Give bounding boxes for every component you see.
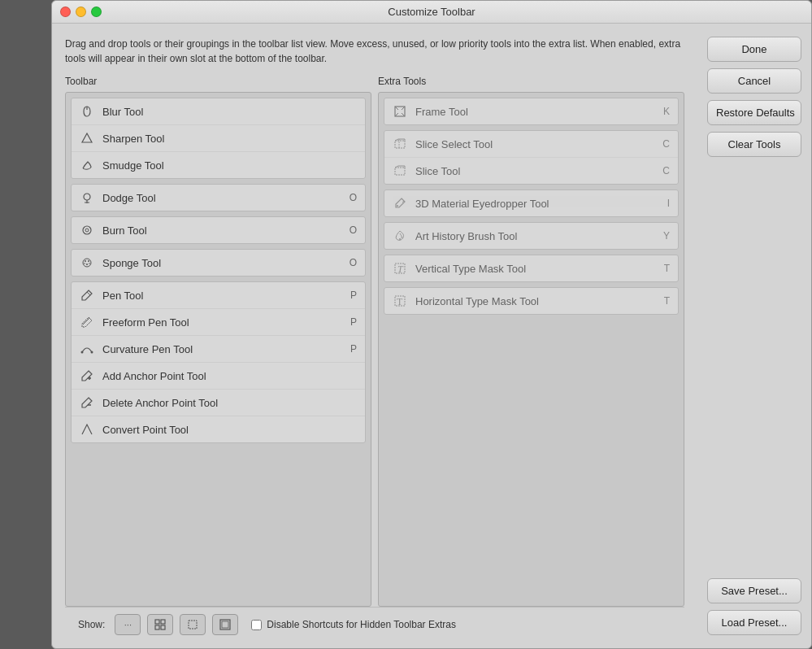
freeform-pen-tool-name: Freeform Pen Tool [102, 316, 342, 329]
burn-tool-name: Burn Tool [102, 224, 341, 237]
tool-group-dodge: Dodge Tool O [71, 184, 366, 211]
tool-item-burn[interactable]: Burn Tool O [72, 217, 365, 243]
disable-shortcuts-checkbox[interactable] [251, 620, 262, 630]
svg-line-21 [402, 107, 405, 110]
tool-item-convert-point[interactable]: Convert Point Tool [72, 416, 365, 442]
close-button[interactable] [60, 7, 71, 17]
disable-shortcuts-label: Disable Shortcuts for Hidden Toolbar Ext… [267, 619, 456, 630]
dodge-icon [80, 190, 94, 205]
tool-item-sharpen[interactable]: Sharpen Tool [72, 124, 365, 151]
tool-item-delete-anchor[interactable]: Delete Anchor Point Tool [72, 389, 365, 416]
tool-item-slice[interactable]: Slice Tool C [384, 157, 678, 184]
slice-select-tool-name: Slice Select Tool [415, 138, 654, 150]
sharpen-tool-name: Sharpen Tool [102, 133, 357, 145]
3d-eyedropper-icon [393, 196, 407, 211]
tool-item-vertical-type-mask[interactable]: T Vertical Type Mask Tool T [384, 255, 678, 281]
add-anchor-icon [80, 368, 94, 383]
burn-icon [80, 223, 94, 237]
svg-point-2 [84, 194, 90, 200]
svg-point-8 [85, 260, 86, 262]
svg-rect-33 [155, 620, 159, 624]
svg-rect-39 [222, 621, 228, 628]
extra-tools-panel: Extra Tools Frame Tool K [378, 76, 684, 607]
slice-select-shortcut: C [662, 138, 670, 150]
save-preset-button[interactable]: Save Preset... [707, 578, 801, 603]
sponge-tool-name: Sponge Tool [102, 257, 341, 269]
right-panel: Done Cancel Restore Defaults Clear Tools… [697, 24, 811, 648]
blur-icon [80, 104, 94, 119]
3d-eyedropper-tool-name: 3D Material Eyedropper Tool [415, 198, 659, 210]
svg-point-11 [84, 263, 85, 264]
tool-item-blur[interactable]: Blur Tool [72, 98, 365, 124]
svg-line-20 [395, 107, 398, 110]
tool-group-sponge: Sponge Tool O [71, 249, 366, 277]
svg-point-14 [81, 351, 84, 354]
bottom-bar: Show: ··· Disable Shortcuts for Hidden T… [65, 607, 684, 642]
smudge-tool-name: Smudge Tool [102, 159, 357, 172]
tool-item-add-anchor[interactable]: Add Anchor Point Tool [72, 362, 365, 389]
vertical-type-mask-icon: T [393, 261, 407, 276]
slice-tool-name: Slice Tool [415, 165, 654, 177]
vertical-type-mask-tool-name: Vertical Type Mask Tool [415, 263, 656, 275]
restore-defaults-button[interactable]: Restore Defaults [707, 100, 801, 125]
main-content: Drag and drop tools or their groupings i… [52, 24, 697, 648]
minimize-button[interactable] [76, 7, 86, 17]
art-history-tool-name: Art History Brush Tool [415, 230, 655, 242]
delete-anchor-tool-name: Delete Anchor Point Tool [102, 397, 357, 409]
svg-marker-1 [82, 133, 92, 142]
freeform-pen-icon [80, 315, 94, 329]
cancel-button[interactable]: Cancel [707, 68, 801, 94]
horizontal-type-mask-shortcut: T [664, 295, 670, 307]
extra-tool-group-frame: Frame Tool K [384, 98, 679, 125]
add-anchor-tool-name: Add Anchor Point Tool [102, 370, 357, 382]
done-button[interactable]: Done [707, 37, 801, 62]
svg-line-22 [395, 113, 398, 116]
tool-item-slice-select[interactable]: Slice Select Tool C [384, 131, 678, 157]
tool-item-smudge[interactable]: Smudge Tool [72, 151, 365, 178]
svg-point-10 [86, 264, 88, 265]
toolbar-label: Toolbar [65, 76, 371, 87]
tool-item-sponge[interactable]: Sponge Tool O [72, 250, 365, 276]
extra-tools-label: Extra Tools [378, 76, 684, 87]
tool-item-horizontal-type-mask[interactable]: T Horizontal Type Mask Tool T [384, 288, 678, 314]
svg-rect-36 [161, 625, 165, 629]
tool-item-pen[interactable]: Pen Tool P [72, 282, 365, 308]
frame-tool-name: Frame Tool [415, 106, 655, 118]
tool-item-art-history[interactable]: Art History Brush Tool Y [384, 223, 678, 249]
clear-tools-button[interactable]: Clear Tools [707, 132, 801, 157]
3d-eyedropper-shortcut: I [667, 198, 670, 209]
art-history-icon [393, 229, 407, 243]
sharpen-icon [80, 131, 94, 146]
svg-rect-26 [395, 168, 405, 175]
show-selection-button[interactable] [180, 614, 206, 635]
tool-item-3d-eyedropper[interactable]: 3D Material Eyedropper Tool I [384, 190, 678, 216]
show-grid-button[interactable] [147, 614, 173, 635]
show-all-button[interactable]: ··· [115, 614, 141, 635]
tool-item-frame[interactable]: Frame Tool K [384, 98, 678, 124]
tool-group-blur: Blur Tool Sharpen Tool [71, 98, 366, 179]
convert-point-tool-name: Convert Point Tool [102, 424, 357, 436]
tool-group-burn: Burn Tool O [71, 216, 366, 244]
extra-tool-group-3d: 3D Material Eyedropper Tool I [384, 189, 679, 217]
maximize-button[interactable] [91, 7, 102, 17]
tool-item-dodge[interactable]: Dodge Tool O [72, 185, 365, 211]
toolbar-panel: Toolbar Blur Tool [65, 76, 371, 607]
tool-item-curvature-pen[interactable]: Curvature Pen Tool P [72, 335, 365, 362]
pen-shortcut: P [350, 290, 357, 301]
svg-rect-37 [189, 621, 197, 629]
horizontal-type-mask-icon: T [393, 294, 407, 308]
show-frame-button[interactable] [212, 614, 238, 635]
pen-tool-name: Pen Tool [102, 290, 342, 302]
window-controls [60, 7, 102, 17]
toolbar-panel-content[interactable]: Blur Tool Sharpen Tool [65, 92, 371, 607]
svg-rect-24 [395, 141, 405, 148]
svg-point-27 [397, 205, 398, 207]
curvature-pen-shortcut: P [350, 343, 357, 355]
convert-point-icon [80, 422, 94, 437]
tool-item-freeform-pen[interactable]: Freeform Pen Tool P [72, 308, 365, 335]
load-preset-button[interactable]: Load Preset... [707, 610, 801, 635]
freeform-pen-shortcut: P [350, 316, 357, 328]
extra-tools-panel-content[interactable]: Frame Tool K Slice Select Tool [378, 92, 684, 607]
disable-shortcuts-checkbox-area: Disable Shortcuts for Hidden Toolbar Ext… [251, 619, 456, 630]
svg-point-6 [85, 229, 89, 232]
